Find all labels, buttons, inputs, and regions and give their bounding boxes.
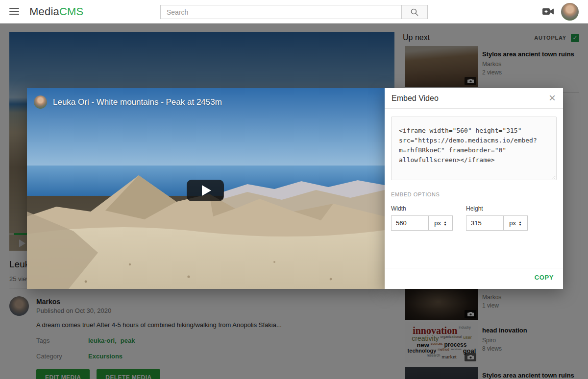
width-field-group: px ▲▼ [391, 215, 453, 231]
unit-label: px [509, 219, 516, 227]
search-bar [160, 5, 428, 19]
spinner-icon: ▲▼ [443, 221, 447, 226]
width-input[interactable] [391, 215, 428, 231]
embed-options-heading: EMBED OPTIONS [391, 191, 440, 197]
unit-label: px [434, 219, 441, 227]
height-unit-select[interactable]: px ▲▼ [503, 215, 528, 231]
spinner-icon: ▲▼ [518, 221, 522, 226]
play-icon [202, 185, 211, 196]
height-label: Height [466, 205, 483, 212]
copy-button[interactable]: COPY [535, 274, 554, 281]
embed-preview-player[interactable]: Leuka Ori - White mountains - Peak at 24… [27, 88, 385, 289]
height-field-group: px ▲▼ [466, 215, 528, 231]
preview-video-title: Leuka Ori - White mountains - Peak at 24… [53, 97, 222, 107]
modal-footer: COPY [385, 268, 563, 289]
modal-title: Embed Video [392, 94, 439, 103]
close-icon[interactable]: × [549, 91, 556, 105]
top-bar: MediaCMS [0, 0, 588, 24]
preview-author-avatar [34, 95, 47, 109]
upload-video-icon [542, 6, 555, 17]
search-icon [410, 8, 419, 17]
logo-media: Media [29, 5, 59, 18]
logo[interactable]: MediaCMS [29, 5, 83, 18]
search-button[interactable] [401, 5, 428, 19]
modal-header: Embed Video × [385, 88, 563, 109]
menu-icon[interactable] [9, 7, 19, 16]
height-input[interactable] [466, 215, 503, 231]
embed-code-textarea[interactable]: <iframe width="560" height="315" src="ht… [391, 117, 557, 180]
search-input[interactable] [160, 5, 401, 19]
embed-video-modal: Embed Video × <iframe width="560" height… [385, 88, 563, 289]
upload-media-button[interactable] [542, 6, 555, 17]
width-label: Width [391, 205, 406, 212]
preview-title-bar: Leuka Ori - White mountains - Peak at 24… [34, 95, 222, 109]
logo-cms: CMS [59, 5, 84, 18]
user-avatar[interactable] [561, 3, 579, 21]
width-unit-select[interactable]: px ▲▼ [428, 215, 453, 231]
page: MediaCMS Leuka Ori - Wh [0, 0, 588, 379]
play-button[interactable] [187, 180, 224, 201]
